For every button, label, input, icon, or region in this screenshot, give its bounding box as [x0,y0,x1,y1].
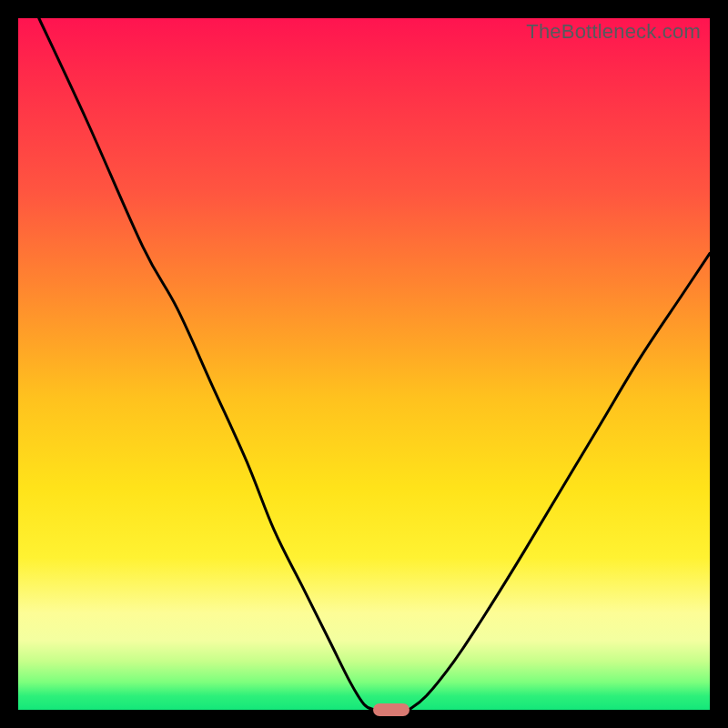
plot-area: TheBottleneck.com [18,18,710,710]
minimum-marker [373,703,410,716]
curve-right [409,253,710,710]
curve-left [39,18,375,710]
chart-frame: TheBottleneck.com [0,0,728,728]
curve-layer [18,18,710,710]
